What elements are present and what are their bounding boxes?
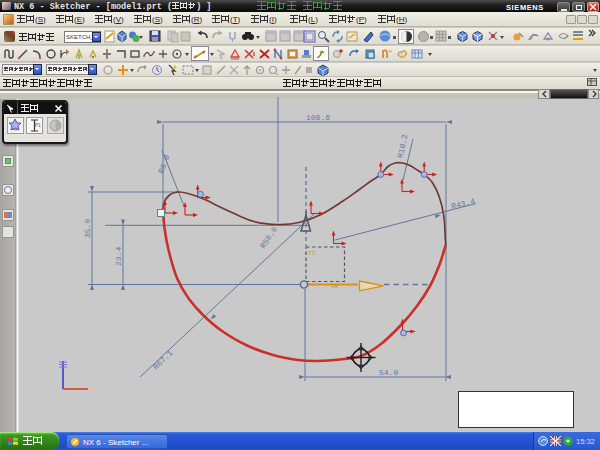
svg-text:P1: P1 <box>35 122 41 128</box>
